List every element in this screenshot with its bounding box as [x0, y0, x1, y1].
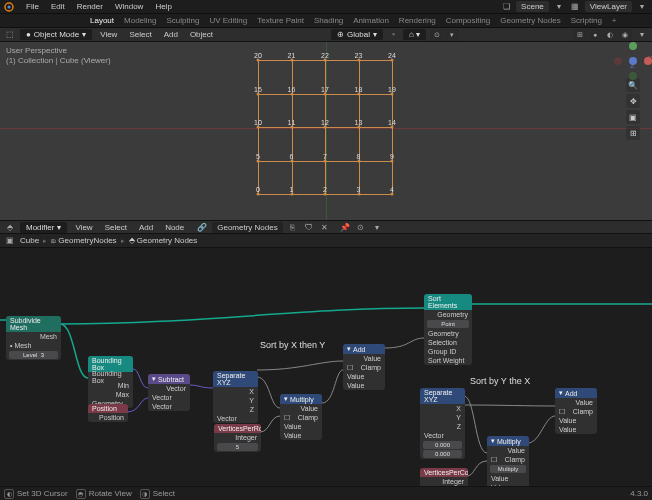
move-view-icon[interactable]: ✥ [626, 94, 640, 108]
status-cursor: ◐Set 3D Cursor [4, 489, 68, 499]
solid-icon[interactable]: ● [588, 29, 602, 41]
blender-logo-icon [4, 2, 14, 12]
node-subtract[interactable]: ▾ Subtract Vector Vector Vector [148, 374, 190, 411]
ne-menu-node[interactable]: Node [161, 223, 188, 232]
vertex [257, 159, 260, 162]
tab-sculpting[interactable]: Sculpting [167, 16, 200, 25]
scene-selector[interactable]: Scene [516, 1, 549, 12]
tab-add-icon[interactable]: + [612, 16, 617, 25]
shading-dd-icon[interactable]: ▾ [636, 29, 648, 41]
node-bounding-box[interactable]: Bounding Box Bounding Box Min Max Geomet… [88, 356, 133, 408]
tab-shading[interactable]: Shading [314, 16, 343, 25]
vertex [391, 126, 394, 129]
ne-overlay-dd-icon[interactable]: ▾ [371, 221, 383, 233]
zoom-icon[interactable]: 🔍 [626, 78, 640, 92]
orientation-dropdown[interactable]: ⊕ Global ▾ [331, 29, 383, 40]
menu-window[interactable]: Window [109, 2, 149, 11]
node-sort-elements[interactable]: Sort Elements Geometry Point Geometry Se… [424, 294, 472, 365]
vertex [257, 126, 260, 129]
node-separate-xyz[interactable]: Separate XYZ X Y Z Vector [213, 371, 258, 423]
vertex-index-label: 6 [290, 152, 294, 159]
vertex-index-label: 1 [290, 186, 294, 193]
nodegroup-name[interactable]: Geometry Nodes [212, 222, 282, 233]
vertex [324, 92, 327, 95]
tab-anim[interactable]: Animation [353, 16, 389, 25]
vertex [290, 159, 293, 162]
propedit-dd-icon[interactable]: ▾ [445, 29, 459, 41]
persp-ortho-icon[interactable]: ⊞ [626, 126, 640, 140]
menu-help[interactable]: Help [149, 2, 177, 11]
ne-menu-add[interactable]: Add [135, 223, 157, 232]
modifier-dropdown[interactable]: Modifier ▾ [20, 222, 67, 233]
mouse-right-icon: ◑ [140, 489, 150, 499]
vertex-index-label: 16 [288, 85, 296, 92]
propedit-icon[interactable]: ⊙ [430, 29, 444, 41]
node-add[interactable]: ▾ Add Value ☐ Clamp Value Value [343, 344, 385, 390]
crumb-object[interactable]: Cube [20, 236, 39, 245]
node-separate-xyz-b[interactable]: Separate XYZ X Y Z Vector 0.000 0.000 [420, 388, 465, 459]
node-position[interactable]: Position Position [88, 404, 128, 422]
menu-render[interactable]: Render [71, 2, 109, 11]
mode-dropdown[interactable]: ● Object Mode ▾ [20, 29, 92, 40]
vertex-index-label: 18 [355, 85, 363, 92]
vertex [391, 159, 394, 162]
3d-viewport[interactable]: User Perspective (1) Collection | Cube (… [0, 42, 652, 220]
editor-type-icon[interactable]: ⬚ [4, 29, 16, 41]
tab-uv[interactable]: UV Editing [209, 16, 247, 25]
nodegroup-users-icon[interactable]: ⎘ [287, 221, 299, 233]
ne-menu-view[interactable]: View [71, 223, 96, 232]
node-add-b[interactable]: ▾ Add Value ☐ Clamp Value Value [555, 388, 597, 434]
layer-new-icon[interactable]: ▾ [636, 1, 648, 13]
status-rotate: ◓Rotate View [76, 489, 132, 499]
ne-overlay-icon[interactable]: ⊙ [355, 221, 367, 233]
menu-edit[interactable]: Edit [45, 2, 71, 11]
viewport-info-label: User Perspective (1) Collection | Cube (… [6, 46, 111, 67]
crumb-modifier[interactable]: ⎄ GeometryNodes [51, 236, 116, 245]
nodegroup-fake-icon[interactable]: 🛡 [303, 221, 315, 233]
tab-render[interactable]: Rendering [399, 16, 436, 25]
pin-icon[interactable]: 📌 [339, 221, 351, 233]
nodegroup-unlink-icon[interactable]: ✕ [319, 221, 331, 233]
chevron-right-icon: ▸ [121, 237, 125, 245]
vp-menu-select[interactable]: Select [125, 30, 155, 39]
tab-script[interactable]: Scripting [571, 16, 602, 25]
vertex [357, 159, 360, 162]
snap-icon[interactable]: ⸰ [387, 29, 399, 41]
vertex [324, 126, 327, 129]
camera-view-icon[interactable]: ▣ [626, 110, 640, 124]
vertex [257, 59, 260, 62]
rendered-icon[interactable]: ◉ [618, 29, 632, 41]
tab-modeling[interactable]: Modeling [124, 16, 156, 25]
nodegroup-link-icon[interactable]: 🔗 [196, 221, 208, 233]
vertex [257, 92, 260, 95]
menu-file[interactable]: File [20, 2, 45, 11]
status-bar: ◐Set 3D Cursor ◓Rotate View ◑Select 4.3.… [0, 486, 652, 500]
ne-menu-select[interactable]: Select [101, 223, 131, 232]
node-subdivide-mesh[interactable]: Subdivide Mesh Mesh • Mesh Level 3 [6, 316, 61, 360]
matprev-icon[interactable]: ◐ [603, 29, 617, 41]
tab-geonodes[interactable]: Geometry Nodes [500, 16, 560, 25]
node-multiply-b[interactable]: ▾ Multiply Value ☐ Clamp Multiply Value … [487, 436, 529, 492]
tab-comp[interactable]: Compositing [446, 16, 490, 25]
node-vertices-per-row[interactable]: VerticesPerRow Integer 5 [214, 424, 261, 452]
snap-dropdown[interactable]: ⌂ ▾ [403, 29, 426, 40]
nav-gizmo[interactable]: Y X Z [618, 46, 648, 76]
wireframe-icon[interactable]: ⊞ [573, 29, 587, 41]
svg-point-1 [8, 5, 11, 8]
vp-menu-view[interactable]: View [96, 30, 121, 39]
vertex [324, 159, 327, 162]
node-canvas[interactable]: Sort by X then Y Sort by Y the X Subdivi… [0, 248, 652, 494]
viewport-tools: Y X Z 🔍 ✥ ▣ ⊞ [618, 46, 648, 140]
tab-texpaint[interactable]: Texture Paint [257, 16, 304, 25]
mouse-middle-icon: ◓ [76, 489, 86, 499]
crumb-group[interactable]: ⬘ Geometry Nodes [129, 236, 198, 245]
vertex [357, 59, 360, 62]
vertex [257, 193, 260, 196]
tab-layout[interactable]: Layout [90, 16, 114, 25]
vp-menu-object[interactable]: Object [186, 30, 217, 39]
viewlayer-selector[interactable]: ViewLayer [585, 1, 632, 12]
vp-menu-add[interactable]: Add [160, 30, 182, 39]
scene-new-icon[interactable]: ▾ [553, 1, 565, 13]
node-editor-icon[interactable]: ⬘ [4, 221, 16, 233]
node-multiply[interactable]: ▾ Multiply Value ☐ Clamp Value Value [280, 394, 322, 440]
